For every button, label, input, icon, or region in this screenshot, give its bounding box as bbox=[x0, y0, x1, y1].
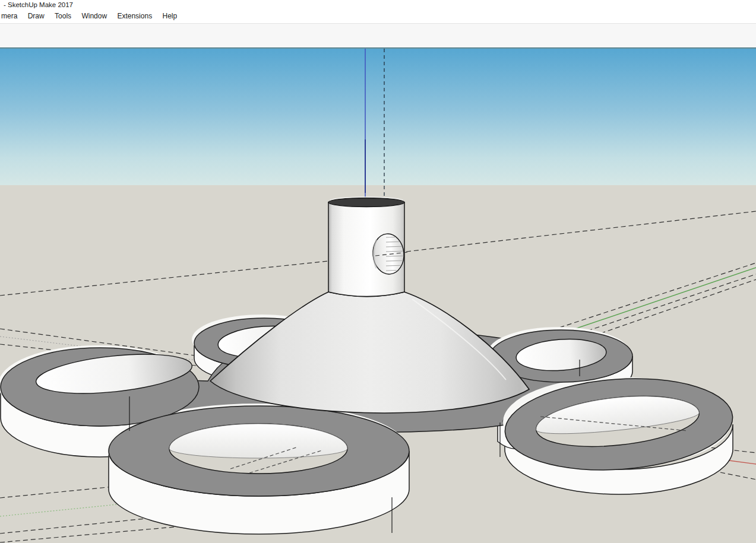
menu-item-tools[interactable]: Tools bbox=[50, 10, 75, 22]
menu-item-camera-partial[interactable]: mera bbox=[0, 10, 21, 22]
sketchup-window: - SketchUp Make 2017 mera Draw Tools Win… bbox=[0, 0, 756, 543]
menu-item-draw[interactable]: Draw bbox=[24, 10, 49, 22]
cylinder-hub bbox=[328, 197, 406, 297]
window-title: - SketchUp Make 2017 bbox=[4, 1, 73, 8]
model-canvas bbox=[0, 49, 756, 543]
menu-item-extensions[interactable]: Extensions bbox=[113, 10, 156, 22]
menu-item-window[interactable]: Window bbox=[77, 10, 111, 22]
toolbar: A1 bbox=[0, 24, 756, 47]
menu-item-help[interactable]: Help bbox=[158, 10, 181, 22]
modeling-viewport[interactable] bbox=[0, 49, 756, 543]
cylinder-top-face bbox=[328, 198, 404, 207]
sky bbox=[0, 49, 756, 185]
title-bar: - SketchUp Make 2017 bbox=[0, 0, 756, 10]
menu-bar: mera Draw Tools Window Extensions Help bbox=[0, 10, 756, 24]
ring-hole-front bbox=[169, 424, 347, 474]
